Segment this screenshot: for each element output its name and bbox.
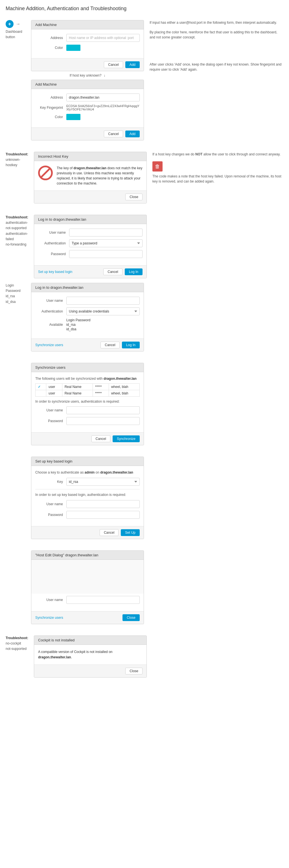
fingerprint-row: Key Fingerprint ECDSA SHA256/sF3+gvZ29mL… [35, 104, 140, 111]
setup-username-row: User name [35, 500, 140, 508]
color-picker[interactable] [66, 44, 80, 51]
add-filled-button[interactable]: Add [125, 130, 140, 137]
troubleshoot-auth-v3: no-forwarding [6, 242, 26, 246]
groups-1: wheel, blah [109, 384, 139, 390]
address-filled-label: Address [35, 95, 66, 99]
cockpit-not-installed-header: Cockpit is not installed [34, 636, 146, 645]
login-password-header: Log in to dragon.thewalter.lan [34, 215, 146, 224]
address-input[interactable] [66, 34, 140, 42]
cred-item-3: id_dsa [66, 327, 90, 331]
setup-key-select[interactable]: id_rsa [66, 478, 140, 486]
error-body-1: The key of [57, 166, 73, 170]
setup-password-label: Password [35, 513, 66, 517]
sync-password-label: Password [35, 419, 66, 423]
incorrect-host-key-dialog: Incorrect Host Key The key of dragon.the… [34, 152, 147, 204]
hostkey-note-2: The code makes a note that the host key … [152, 174, 283, 184]
host-key-unknown-text: If host key unknown? [70, 73, 102, 78]
login-button[interactable]: Log In [125, 269, 143, 275]
realname-2: Real Name [62, 390, 93, 397]
check-1: ✓ [38, 385, 41, 389]
credentials-list: Login Password id_rsa id_dsa [66, 318, 90, 331]
cancel-filled-button[interactable]: Cancel [104, 130, 123, 137]
troubleshoot-cockpit-label: Troubleshoot: [6, 636, 28, 641]
color-picker-filled[interactable] [66, 114, 80, 120]
add-machine-empty-header: Add Machine [31, 20, 144, 29]
sync-cancel-button[interactable]: Cancel [92, 435, 110, 442]
trash-icon: 🗑 [152, 161, 162, 172]
setup-auth-note: In order to set up key based login, auth… [35, 493, 140, 497]
login-auth-select[interactable]: Type a password [69, 239, 143, 247]
color-label: Color [35, 46, 66, 50]
troubleshoot-label: Troubleshoot: [6, 152, 28, 157]
setup-cancel-button[interactable]: Cancel [100, 529, 118, 536]
address-filled-row: Address [35, 94, 140, 101]
add-button[interactable]: Add [125, 61, 140, 68]
hostkey-note-1: If a host key changes we do NOT allow th… [152, 152, 283, 157]
color-filled-label: Color [35, 115, 66, 119]
login-rsa-note: id_rsa [6, 294, 15, 298]
sync-password-input[interactable] [66, 417, 140, 425]
cancel-button[interactable]: Cancel [104, 61, 123, 68]
cred-auth-label: Authentication [35, 309, 66, 313]
table-row: user Real Name ***** wheel, blah [36, 390, 140, 397]
sync-users-dialog: Synchronize users The following users wi… [31, 363, 144, 445]
address-filled-input[interactable] [66, 94, 140, 101]
cred-available-label: Available [35, 323, 66, 327]
troubleshoot-auth-v2: authentication-failed [6, 232, 28, 241]
host-edit-footer: Synchronize users Close [31, 611, 144, 624]
host-edit-username-label: User name [35, 598, 66, 602]
troubleshoot-cockpit-v1: no-cockpit [6, 641, 21, 645]
page-title: Machine Addition, Authentication and Tro… [6, 6, 283, 11]
host-edit-username-row: User name [35, 596, 140, 604]
close-hostkey-button[interactable]: Close [125, 193, 143, 200]
fingerprint-value: ECDSA SHA256/sF3+gvZ29mLiZZ43wHFRgHvpggY… [66, 104, 140, 111]
add-machine-button[interactable]: + [6, 20, 13, 28]
add-machine-filled-header: Add Machine [31, 80, 144, 89]
no-symbol-icon [38, 165, 53, 180]
groups-2: wheel, blah [109, 390, 139, 397]
cred-auth-select[interactable]: Using available credentials [66, 307, 140, 315]
incorrect-host-key-header: Incorrect Host Key [34, 152, 146, 161]
setup-button[interactable]: Set Up [121, 529, 140, 536]
host-edit-close-button[interactable]: Close [122, 614, 140, 621]
host-edit-username-input[interactable] [66, 596, 140, 604]
cockpit-not-installed-dialog: Cockpit is not installed A compatible ve… [34, 636, 147, 678]
sync-users-link-login[interactable]: Synchronize users [35, 343, 63, 347]
plus-icon: + [8, 21, 11, 27]
login-cancel-button[interactable]: Cancel [103, 269, 122, 275]
user-2: user [46, 390, 62, 397]
dashboard-button-label: Dashboard button [6, 29, 25, 40]
host-edit-sync-link[interactable]: Synchronize users [35, 616, 63, 620]
sync-username-row: User name [35, 406, 140, 414]
host-key-unknown-row: If host key unknown? ↓ [31, 71, 144, 80]
setup-key-header: Set up key based login [31, 457, 144, 466]
color-row: Color [35, 44, 140, 51]
error-text: The key of dragon.thewalter.lan does not… [57, 165, 143, 186]
setup-password-input[interactable] [66, 511, 140, 519]
cred-username-row: User name [35, 297, 140, 305]
sync-button[interactable]: Synchronize [113, 435, 140, 442]
setup-key-link[interactable]: Set up key based login [38, 270, 72, 274]
setup-password-row: Password [35, 511, 140, 519]
login-username-input[interactable] [69, 228, 143, 237]
setup-username-input[interactable] [66, 500, 140, 508]
cred-cancel-button[interactable]: Cancel [101, 342, 119, 348]
sync-username-label: User name [35, 408, 66, 412]
cred-username-input[interactable] [66, 297, 140, 305]
login-password-input[interactable] [69, 250, 143, 258]
cockpit-close-button[interactable]: Close [125, 668, 143, 675]
cockpit-dialog-body: A compatible version of Cockpit is not i… [34, 645, 146, 664]
login-username-row: User name [38, 228, 143, 237]
realname-1: Real Name [62, 384, 93, 390]
sync-auth-note: In order to synchronize users, authentic… [35, 400, 140, 403]
host-edit-dialog: "Host Edit Dialog" dragon.thewalter.lan … [31, 550, 144, 624]
troubleshoot-cockpit-section: Troubleshoot: no-cockpit not-supported [6, 636, 28, 652]
table-row: ✓ user Real Name ***** wheel, blah [36, 384, 140, 390]
cred-login-button[interactable]: Log In [122, 342, 140, 348]
troubleshoot-auth-section: Troubleshoot: authentication-not-support… [6, 215, 28, 247]
login-credentials-header: Log in to dragon.thewalter.lan [31, 283, 144, 292]
sync-username-input[interactable] [66, 406, 140, 414]
login-username-label: User name [38, 230, 69, 235]
error-hostname: dragon.thewalter.lan [73, 166, 106, 170]
setup-hostname: dragon.thewalter.lan [100, 470, 133, 474]
